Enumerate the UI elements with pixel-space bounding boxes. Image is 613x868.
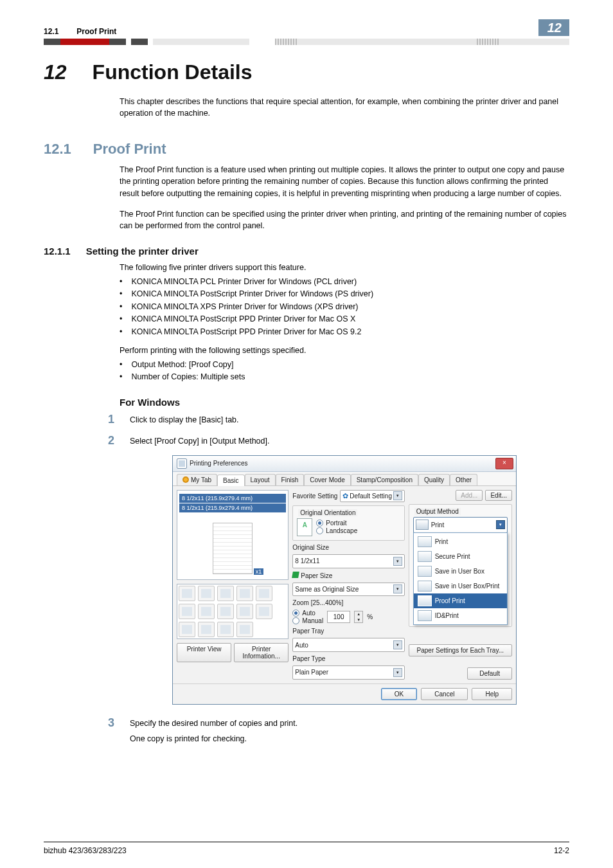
paper-tray-select[interactable]: Auto ▾	[292, 638, 404, 652]
menu-label: Print	[435, 538, 449, 545]
section-body-2: The Proof Print function can be specifie…	[120, 208, 569, 231]
paper-size-select[interactable]: Same as Original Size ▾	[292, 583, 404, 597]
tab-label: Cover Mode	[310, 476, 344, 484]
section-number: 12.1	[44, 141, 71, 158]
landscape-radio[interactable]: Landscape	[316, 527, 357, 534]
cancel-button[interactable]: Cancel	[421, 688, 468, 700]
option-icon[interactable]	[236, 604, 253, 619]
tab-stamp-composition[interactable]: Stamp/Composition	[351, 474, 418, 485]
option-icon[interactable]	[217, 604, 234, 619]
footer-product: bizhub 423/363/283/223	[44, 846, 127, 855]
step-line: Specify the desired number of copies and…	[130, 718, 569, 729]
menu-item-save-user-box[interactable]: Save in User Box	[414, 564, 507, 579]
option-icon[interactable]	[256, 604, 272, 619]
option-icon[interactable]	[198, 622, 215, 637]
chevron-down-icon: ▾	[393, 584, 402, 593]
tab-strip: My Tab Basic Layout Finish Cover Mode St…	[173, 472, 516, 486]
driver-dialog-figure: Printing Preferences × My Tab Basic Layo…	[172, 455, 569, 705]
preview-size-top: 8 1/2x11 (215.9x279.4 mm)	[179, 494, 286, 503]
combo-value: Print	[431, 521, 445, 529]
output-method-select[interactable]: Print ▾	[413, 517, 508, 533]
chevron-down-icon: ▾	[393, 640, 402, 649]
menu-label: Proof Print	[435, 597, 465, 604]
close-button[interactable]: ×	[495, 458, 513, 469]
zoom-auto-radio[interactable]: Auto	[292, 610, 323, 617]
option-icon[interactable]	[236, 622, 253, 637]
menu-label: Save in User Box/Print	[435, 583, 500, 590]
menu-item-id-print[interactable]: ID&Print	[414, 608, 507, 623]
menu-item-save-user-box-print[interactable]: Save in User Box/Print	[414, 579, 507, 593]
zoom-spinner[interactable]: ▲▼	[354, 611, 363, 623]
step-line: One copy is printed for checking.	[130, 733, 569, 745]
paper-type-select[interactable]: Plain Paper ▾	[292, 665, 404, 680]
option-icon[interactable]	[198, 604, 215, 619]
menu-item-secure-print[interactable]: Secure Print	[414, 549, 507, 564]
portrait-radio[interactable]: Portrait	[316, 520, 357, 527]
tab-basic[interactable]: Basic	[217, 475, 244, 486]
tab-other[interactable]: Other	[450, 474, 477, 485]
option-icon[interactable]	[198, 586, 215, 601]
radio-label: Auto	[302, 610, 315, 617]
chevron-down-icon: ▾	[393, 668, 402, 677]
tab-finish[interactable]: Finish	[276, 474, 305, 485]
section-body-1: The Proof Print function is a feature us…	[120, 164, 569, 199]
orientation-icon	[297, 518, 312, 536]
printer-view-button[interactable]: Printer View	[177, 643, 231, 662]
favorite-setting-select[interactable]: ✿Default Setting ▾	[340, 490, 404, 502]
favorite-add-button[interactable]: Add...	[456, 490, 483, 501]
orientation-group: Original Orientation Portrait Landscape	[292, 505, 404, 541]
radio-label: Portrait	[326, 520, 346, 527]
label-text: Paper Size	[301, 572, 332, 579]
tab-label: Stamp/Composition	[357, 476, 413, 484]
printer-icon	[418, 536, 432, 547]
option-icon[interactable]	[217, 622, 234, 637]
combo-value: 8 1/2x11	[295, 557, 319, 565]
option-icon[interactable]	[179, 586, 195, 601]
page-preview: 8 1/2x11 (215.9x279.4 mm) 8 1/2x11 (215.…	[177, 490, 289, 580]
favorite-edit-button[interactable]: Edit...	[485, 490, 512, 501]
tab-cover-mode[interactable]: Cover Mode	[304, 474, 350, 485]
tab-label: Finish	[281, 476, 299, 484]
step-number: 3	[102, 716, 114, 730]
option-icon[interactable]	[236, 586, 253, 601]
zoom-manual-radio[interactable]: Manual	[292, 617, 323, 624]
chapter-badge: 12	[538, 19, 569, 36]
radio-label: Landscape	[326, 527, 357, 534]
step-number: 2	[102, 434, 114, 448]
option-icon[interactable]	[217, 586, 234, 601]
tab-quality[interactable]: Quality	[418, 474, 450, 485]
page-thumbnail-icon: x1	[213, 523, 253, 574]
chapter-intro: This chapter describes the functions tha…	[120, 96, 569, 119]
dialog-titlebar[interactable]: Printing Preferences ×	[173, 456, 516, 472]
group-title: Output Method	[414, 508, 461, 515]
percent-label: %	[367, 613, 373, 620]
menu-item-print[interactable]: Print	[414, 534, 507, 549]
favorite-setting-row: Favorite Setting ✿Default Setting ▾	[292, 490, 404, 502]
tab-layout[interactable]: Layout	[245, 474, 276, 485]
subsection-lead-2: Perform printing with the following sett…	[120, 345, 569, 356]
gear-icon: ✿	[342, 492, 348, 500]
ok-button[interactable]: OK	[381, 688, 417, 700]
menu-item-proof-print[interactable]: Proof Print	[414, 593, 507, 608]
tab-my-tab[interactable]: My Tab	[177, 474, 217, 485]
default-button[interactable]: Default	[467, 667, 512, 680]
tab-label: Layout	[251, 476, 270, 484]
original-size-select[interactable]: 8 1/2x11 ▾	[292, 554, 404, 568]
zoom-value-input[interactable]: 100	[327, 611, 350, 623]
option-icon[interactable]	[179, 622, 195, 637]
option-icon[interactable]	[256, 586, 272, 601]
subsection-title: Setting the printer driver	[86, 246, 199, 257]
printer-information-button[interactable]: Printer Information...	[234, 643, 289, 662]
help-button[interactable]: Help	[472, 688, 512, 700]
lock-icon	[418, 551, 432, 562]
radio-icon	[292, 617, 299, 624]
step-text: Click to display the [Basic] tab.	[130, 413, 569, 426]
flag-icon	[292, 572, 299, 578]
header-section-num: 12.1	[44, 27, 58, 36]
option-icon[interactable]	[179, 604, 195, 619]
paper-settings-each-tray-button[interactable]: Paper Settings for Each Tray...	[409, 644, 512, 656]
tab-label: Other	[456, 476, 472, 484]
preview-size-bottom: 8 1/2x11 (215.9x279.4 mm)	[179, 503, 286, 512]
radio-icon	[316, 527, 323, 534]
menu-label: ID&Print	[435, 612, 459, 619]
